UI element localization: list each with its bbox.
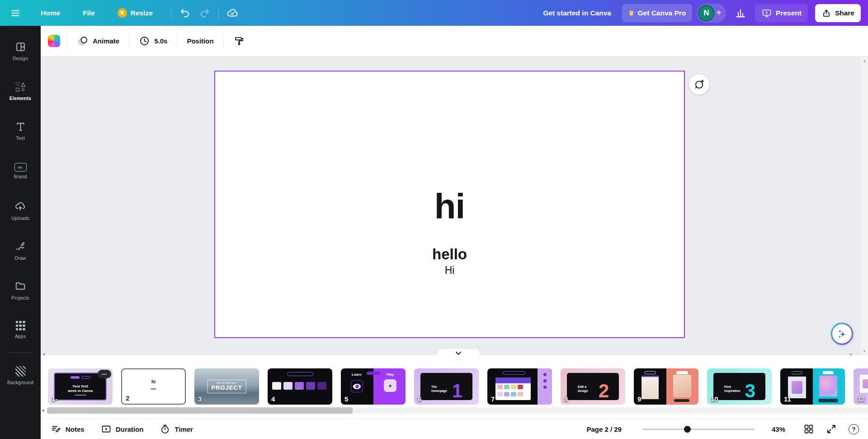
page-duration-button[interactable]: 5.0s — [136, 35, 170, 47]
toolbar-divider — [129, 34, 129, 48]
thumb9-caption-bar — [674, 399, 689, 402]
filmstrip-scrollbar-thumb[interactable] — [47, 407, 353, 414]
zoom-slider[interactable] — [642, 426, 755, 432]
present-button[interactable]: Present — [755, 4, 808, 22]
file-button[interactable]: File — [76, 4, 101, 22]
slide-subheading-text[interactable]: hello — [215, 246, 684, 263]
canva-assistant-button[interactable] — [831, 323, 853, 345]
timer-button[interactable]: Timer — [160, 424, 193, 434]
topbar-right: Get started in Canva ♛ Get Canva Pro N +… — [543, 4, 868, 23]
add-comment-button[interactable] — [689, 74, 709, 95]
slide-thumbnail-9[interactable]: 9 — [634, 368, 698, 405]
thumb5-pill — [367, 372, 380, 375]
zoom-slider-thumb[interactable] — [684, 426, 691, 433]
undo-button[interactable] — [175, 4, 195, 22]
page-indicator: Page 2 / 29 — [586, 425, 622, 433]
sidebar-item-apps[interactable]: Apps — [2, 310, 39, 350]
slide-thumbnail-11[interactable]: 11 — [780, 368, 845, 405]
slide-body-text[interactable]: Hi — [215, 264, 684, 277]
slide-thumbnail-6[interactable]: The homepage 1 6 — [414, 368, 479, 405]
grid-view-icon — [803, 424, 814, 434]
sidebar-label: Elements — [9, 95, 31, 101]
sidebar-item-design[interactable]: Design — [2, 31, 39, 71]
filmstrip-scrollbar[interactable] — [47, 407, 868, 414]
slide-heading-text[interactable]: hi — [215, 186, 684, 227]
sidebar-item-text[interactable]: Text — [2, 111, 39, 151]
thumb7-steps-panel — [538, 368, 552, 405]
present-label: Present — [776, 9, 802, 17]
slide-thumbnail-1[interactable]: Your first week in Canva ••• 1- — [48, 368, 113, 405]
notes-button[interactable]: Notes — [51, 424, 85, 434]
slide-thumbnail-5[interactable]: Learn Play + 5 — [341, 368, 406, 405]
vertical-scrollbar[interactable]: ▴ ▾ — [861, 57, 868, 355]
slide-number: 6 — [418, 395, 421, 403]
canvas-slide[interactable]: hi hello Hi — [214, 71, 685, 338]
scroll-up-arrow[interactable]: ▴ — [863, 58, 866, 63]
filmstrip-scroll-left-arrow[interactable]: ◂ — [42, 407, 44, 413]
sidebar-item-draw[interactable]: Draw — [2, 230, 39, 270]
position-label: Position — [187, 37, 213, 45]
thumb4-cards — [272, 382, 328, 390]
slide-thumbnail-3[interactable]: BUSINESS PROJECT 3 — [194, 368, 259, 405]
draw-pen-icon — [14, 240, 26, 252]
duration-button[interactable]: Duration — [101, 424, 144, 434]
zoom-slider-track[interactable] — [642, 429, 755, 430]
sidebar-label: Apps — [15, 334, 26, 339]
topbar-divider — [218, 7, 219, 19]
animate-button[interactable]: Animate — [74, 35, 122, 47]
heart-glyph: ♡ — [15, 81, 20, 87]
slide-thumbnail-2-selected[interactable]: hi hello 2 — [121, 368, 186, 405]
thumb2-heading: hi — [122, 379, 185, 384]
thumb6-art: The homepage 1 — [420, 373, 472, 400]
plus-cursor-glyph: + — [388, 382, 392, 389]
insights-button[interactable] — [731, 4, 750, 22]
copy-style-button[interactable] — [231, 35, 248, 47]
thumb9-pill — [644, 371, 656, 374]
collapse-filmstrip-tab[interactable] — [437, 349, 480, 355]
sidebar-label: Design — [13, 56, 28, 61]
notes-icon — [51, 424, 61, 434]
fullscreen-button[interactable] — [826, 424, 837, 434]
elements-shapes-icon: ♡△□○ — [15, 81, 26, 92]
slide-thumbnail-4[interactable]: 4 — [268, 368, 332, 405]
share-button[interactable]: Share — [815, 4, 861, 22]
grid-view-button[interactable] — [803, 424, 814, 434]
sidebar-label: Background — [7, 380, 33, 385]
cloud-save-button[interactable] — [222, 4, 242, 22]
background-color-swatch[interactable] — [48, 35, 60, 47]
position-button[interactable]: Position — [184, 37, 216, 45]
help-button[interactable]: ? — [849, 424, 859, 434]
get-started-link[interactable]: Get started in Canva — [543, 9, 611, 17]
avatar[interactable]: N — [698, 5, 714, 21]
main-menu-button[interactable] — [5, 4, 25, 22]
thumbnail-menu-button[interactable]: ••• — [98, 370, 111, 378]
timer-icon — [160, 424, 170, 434]
sidebar-label: Draw — [14, 255, 26, 261]
duration-value: 5.0s — [154, 37, 167, 45]
expand-icon — [826, 424, 837, 434]
chevron-down-icon — [455, 351, 462, 355]
sidebar-item-uploads[interactable]: Uploads — [2, 191, 39, 230]
sidebar-item-brand[interactable]: co. Brand — [2, 151, 39, 191]
duration-icon — [101, 424, 112, 434]
slide-thumbnail-10[interactable]: Find inspiration 3 10 — [707, 368, 772, 405]
scroll-down-arrow[interactable]: ▾ — [863, 349, 866, 353]
sidebar-item-projects[interactable]: Projects — [2, 270, 39, 310]
sidebar-item-background[interactable]: Background — [2, 356, 39, 396]
slide-thumbnail-12[interactable]: 12 — [854, 368, 868, 405]
thumb6-numeral: 1 — [452, 377, 462, 405]
upload-cloud-icon — [14, 200, 26, 212]
present-icon — [761, 8, 772, 19]
slide-thumbnail-8[interactable]: Edit a design 2 8 — [561, 368, 625, 405]
sidebar-divider — [9, 353, 32, 353]
add-member-button[interactable]: + — [716, 8, 722, 18]
slide-thumbnail-7[interactable]: 7 — [487, 368, 552, 405]
home-button[interactable]: Home — [34, 4, 66, 22]
brand-icon: co. — [14, 163, 27, 172]
thumb12-card-mock — [860, 375, 868, 393]
sparkle-icon — [836, 328, 848, 340]
get-canva-pro-button[interactable]: ♛ Get Canva Pro — [622, 4, 692, 22]
resize-button[interactable]: ♛ Resize — [111, 4, 159, 22]
sidebar-item-elements[interactable]: ♡△□○ Elements — [2, 71, 39, 111]
redo-button[interactable] — [195, 4, 215, 22]
